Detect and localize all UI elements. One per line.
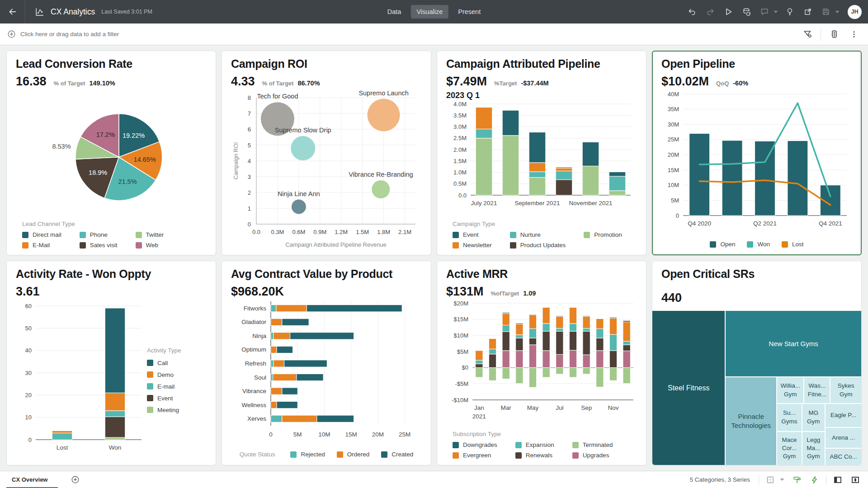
export-button[interactable]	[800, 4, 816, 20]
legend-item[interactable]: Created	[381, 451, 413, 458]
legend-item[interactable]: Direct mail	[22, 231, 61, 238]
treemap-tile[interactable]: Steel Fitness	[652, 310, 725, 465]
redo-button[interactable]	[702, 4, 718, 20]
card-campaign-roi[interactable]: Campaign ROI 4.33 % of Target 86.70% 0.0…	[222, 51, 431, 255]
visualization-settings-button[interactable]	[827, 28, 841, 41]
canvas-tab-cx-overview[interactable]: CX Overview	[6, 471, 58, 488]
grid-layout-icon	[766, 475, 775, 484]
horizontal-stacked-bar-chart[interactable]: 05M10M15M20M25MFitworksGladiatorNinjaOpt…	[231, 300, 422, 449]
treemap-tile[interactable]: Legg Ma... Gym	[802, 432, 825, 465]
svg-text:Nov: Nov	[608, 404, 618, 411]
legend-item[interactable]: Call	[147, 360, 207, 366]
treemap-tile[interactable]: Sykes Gym	[830, 377, 862, 403]
legend-item[interactable]: Lost	[782, 241, 804, 248]
lightbulb-icon	[785, 7, 794, 16]
treemap-tile[interactable]: Willia... Gym	[777, 377, 804, 403]
comment-dropdown[interactable]	[772, 4, 780, 20]
legend-item[interactable]: Promotion	[584, 231, 622, 238]
more-options-button[interactable]	[847, 28, 861, 41]
treemap-tile[interactable]: Was... Fitne...	[804, 377, 830, 403]
add-canvas-button[interactable]	[68, 472, 83, 488]
pie-chart[interactable]: 19.22%14.65%21.5%18.9%8.53%17.2%	[16, 89, 207, 220]
treemap-tile[interactable]: New Start Gyms	[725, 310, 862, 377]
legend-item[interactable]: Event	[147, 395, 207, 402]
card-open-pipeline[interactable]: Open Pipeline $10.02M QoQ -60% 05M10M15M…	[652, 51, 862, 255]
legend-item[interactable]: E-Mail	[22, 242, 61, 249]
add-filter-prompt[interactable]: Click here or drag data to add a filter	[7, 30, 119, 38]
legend-item[interactable]: Product Updates	[510, 242, 566, 249]
legend-item[interactable]: Won	[747, 241, 770, 248]
treemap-tile[interactable]: MG Gym	[802, 404, 825, 432]
insights-button[interactable]	[782, 4, 798, 20]
auto-insights-button[interactable]	[808, 474, 821, 486]
save-button[interactable]	[818, 4, 834, 20]
svg-text:14.65%: 14.65%	[134, 156, 156, 163]
back-button[interactable]	[0, 0, 25, 23]
legend-item[interactable]: Terminated	[572, 441, 613, 448]
legend-item[interactable]: Nurture	[510, 231, 566, 238]
legend-swatch	[290, 451, 297, 458]
filter-settings-button[interactable]	[801, 28, 814, 41]
legend-swatch	[572, 452, 579, 459]
legend-item[interactable]: Phone	[80, 231, 118, 238]
card-avg-contract-value[interactable]: Avg Contract Value by Product $968.20K 0…	[222, 261, 431, 465]
legend-item[interactable]: Evergreen	[453, 452, 497, 459]
card-activity-rate-won-oppty[interactable]: Activity Rate - Won Oppty 3.61 010203040…	[6, 261, 216, 465]
treemap-tile[interactable]: Su... Gyms	[777, 404, 802, 432]
svg-text:35M: 35M	[668, 106, 679, 113]
legend-label: Renewals	[526, 452, 552, 459]
legend-item[interactable]: Event	[453, 231, 492, 238]
treemap-chart[interactable]: Steel FitnessNew Start GymsPinnacle Tech…	[652, 310, 862, 465]
legend-item[interactable]: Demo	[147, 371, 207, 378]
save-dropdown[interactable]	[833, 4, 841, 20]
grid-layout-dropdown[interactable]	[778, 474, 786, 486]
legend-item[interactable]: Ordered	[337, 451, 370, 458]
avatar[interactable]: JH	[848, 5, 862, 19]
refresh-data-button[interactable]	[738, 4, 755, 20]
run-button[interactable]	[720, 4, 736, 20]
treemap-tile[interactable]: Eagle P...	[825, 404, 862, 427]
stacked-bar-chart[interactable]: -$10M-$5M$0$5M$10M$15M$20MJan2021MarMayJ…	[446, 300, 637, 430]
tab-present[interactable]: Present	[452, 5, 486, 19]
treemap-tile[interactable]: Arena ...	[825, 427, 862, 448]
card-open-critical-srs[interactable]: Open Critical SRs 440 Steel FitnessNew S…	[652, 261, 862, 465]
stacked-bar-chart[interactable]: 0102030405060LostWon	[16, 300, 144, 460]
layout-center-panel-button[interactable]	[849, 474, 862, 486]
treemap-tile[interactable]: ABC Co...	[825, 448, 862, 465]
legend-item[interactable]: Web	[136, 242, 164, 249]
card-campaign-attributed-pipeline[interactable]: Campaign Attributed Pipeline $7.49M %Tar…	[437, 51, 646, 255]
kpi-target-value: -$37.44M	[521, 80, 548, 87]
comment-button[interactable]	[756, 4, 773, 20]
legend-item[interactable]: Open	[710, 241, 735, 248]
treemap-tile[interactable]: Mace Cor... Gym	[777, 432, 802, 465]
layout-left-panel-button[interactable]	[831, 474, 844, 486]
legend-item[interactable]: Twitter	[136, 231, 164, 238]
kpi-target-value: 1.09	[523, 290, 536, 297]
kpi-value: 440	[661, 291, 682, 305]
legend-item[interactable]: Newsletter	[453, 242, 492, 249]
legend-item[interactable]: Meeting	[147, 407, 207, 413]
legend-item[interactable]: E-mail	[147, 383, 207, 390]
legend-item[interactable]: Upgrades	[572, 452, 613, 459]
legend-item[interactable]: Rejected	[290, 451, 325, 458]
stacked-bar-chart[interactable]: 0.00.5M1.0M1.5M2.0M2.5M3.0M3.5M4.0MJuly …	[446, 100, 637, 220]
combo-bar-line-chart[interactable]: 05M10M15M20M25M30M35M40MQ4 2020Q2 2021Q4…	[661, 89, 852, 239]
undo-button[interactable]	[684, 4, 700, 20]
card-active-mrr[interactable]: Active MRR $131M %ofTarget 1.09 -$10M-$5…	[437, 261, 646, 465]
bubble-chart[interactable]: 0.00.3M0.6M0.9M1.2M1.5M1.8M2.1M012345678…	[231, 89, 422, 250]
svg-text:2.5M: 2.5M	[453, 135, 467, 141]
legend-item[interactable]: Expansion	[515, 441, 554, 448]
card-lead-conversion-rate[interactable]: Lead Conversion Rate 16.38 % of Target 1…	[6, 51, 216, 255]
tab-data[interactable]: Data	[382, 5, 407, 19]
legend-item[interactable]: Downgrades	[453, 441, 497, 448]
canvas-style-button[interactable]	[791, 474, 803, 486]
legend-item[interactable]: Renewals	[515, 452, 554, 459]
svg-text:50: 50	[25, 325, 32, 332]
last-saved-status: Last Saved 3:01 PM	[101, 9, 152, 15]
filter-bar: Click here or drag data to add a filter	[0, 23, 868, 45]
grid-layout-button[interactable]	[764, 474, 777, 486]
tab-visualize[interactable]: Visualize	[410, 5, 448, 19]
chart-legend: Lead Channel TypeDirect mailPhoneTwitter…	[16, 220, 207, 250]
legend-item[interactable]: Sales visit	[80, 242, 118, 249]
treemap-tile[interactable]: Pinnacle Technologies	[725, 377, 777, 465]
